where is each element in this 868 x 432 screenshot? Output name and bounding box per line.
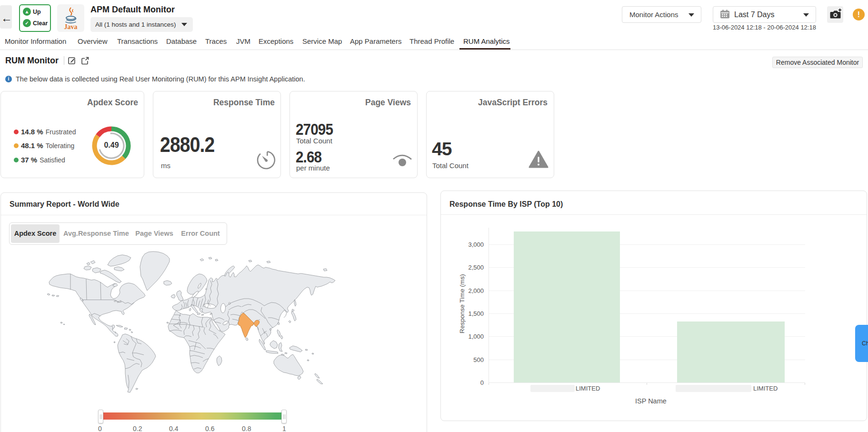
svg-text:Java: Java bbox=[64, 23, 78, 30]
